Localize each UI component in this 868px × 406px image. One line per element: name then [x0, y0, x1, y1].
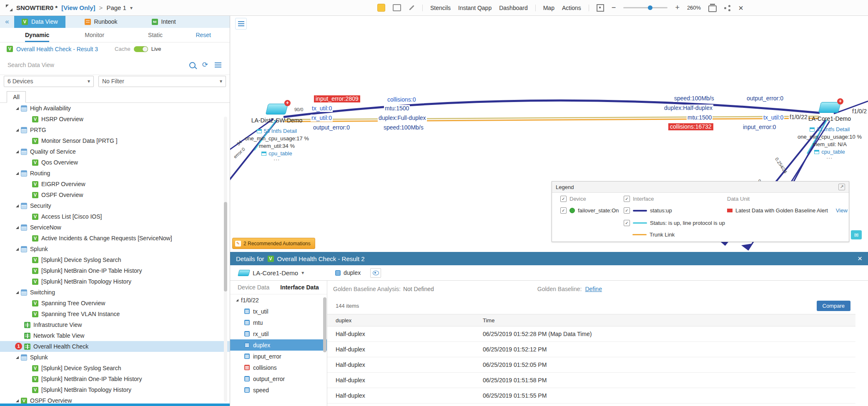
more-data-icon[interactable]: ⋯	[792, 156, 867, 161]
sidebar-scrollbar[interactable]	[224, 117, 227, 402]
switch-device-icon[interactable]: +	[267, 104, 287, 115]
field-item[interactable]: tx_util	[230, 306, 327, 317]
menu-stencils[interactable]: Stencils	[430, 5, 451, 11]
field-item[interactable]: mtu	[230, 317, 327, 328]
tab-data-view[interactable]: V Data View	[14, 15, 65, 28]
search-icon[interactable]	[189, 62, 196, 68]
fit-screen-icon[interactable]	[597, 4, 604, 12]
table-row[interactable]: Half-duplex 06/25/2019 01:52:12 PM	[327, 342, 855, 357]
field-item[interactable]: rx_util	[230, 328, 327, 339]
tree-item[interactable]: Security	[0, 200, 230, 211]
zoom-slider-knob[interactable]	[648, 5, 652, 10]
more-data-icon[interactable]: ⋯	[241, 157, 312, 162]
device-name[interactable]: LA-Dist2-SW-Demo	[241, 117, 312, 124]
tree-item[interactable]: [Splunk] NetBrain One-IP Table History	[0, 265, 230, 276]
tree-item[interactable]: EIGRP Overview	[0, 179, 230, 189]
tree-item[interactable]: ServiceNow	[0, 222, 230, 233]
menu-instant-qapp[interactable]: Instant Qapp	[458, 5, 492, 11]
scrollbar-thumb[interactable]	[224, 202, 227, 291]
checkbox-interface[interactable]: ✓	[624, 196, 630, 202]
subtab-static[interactable]: Static	[148, 28, 163, 42]
view-link[interactable]: View	[836, 207, 848, 214]
tree-item[interactable]: High Availability	[0, 103, 230, 114]
checkbox-failover[interactable]: ✓	[560, 207, 567, 214]
caret-down-icon[interactable]: ▾	[130, 5, 133, 11]
reset-link[interactable]: Reset	[196, 28, 211, 42]
table-row[interactable]: Half-duplex 06/25/2019 01:52:28 PM (Map …	[327, 326, 855, 342]
refresh-icon[interactable]: ⟳	[202, 62, 208, 68]
zoom-out-button[interactable]: −	[612, 3, 616, 12]
menu-actions[interactable]: Actions	[562, 5, 581, 11]
expand-arrow-icon[interactable]	[16, 248, 19, 251]
collapse-sidebar-icon[interactable]: «	[0, 15, 14, 28]
subtab-monitor[interactable]: Monitor	[85, 28, 104, 42]
tab-runbook[interactable]: Runbook	[77, 15, 125, 28]
close-details-button[interactable]: ×	[858, 255, 862, 262]
menu-icon[interactable]	[215, 62, 221, 67]
map-view-options-button[interactable]	[235, 18, 247, 30]
map-canvas[interactable]: input_error:2809 collisions:0 speed:100M…	[230, 15, 868, 252]
search-input[interactable]	[0, 61, 189, 69]
field-item[interactable]: speed	[230, 384, 327, 396]
expand-arrow-icon[interactable]	[16, 226, 19, 229]
tree-item[interactable]: Network Table View	[0, 330, 230, 341]
tree-item[interactable]: Infrastructure View	[0, 319, 230, 330]
intfs-detail-link[interactable]: 53 Intfs Detail	[241, 127, 312, 135]
field-item[interactable]: collisions	[230, 362, 327, 373]
expand-arrow-icon[interactable]	[16, 129, 19, 132]
intfs-detail-link[interactable]: 31 Intfs Detail	[792, 126, 867, 133]
field-tab-duplex[interactable]: duplex	[335, 269, 361, 276]
tree-item[interactable]: [Splunk] Device Syslog Search	[0, 254, 230, 265]
draw-icon[interactable]	[409, 5, 414, 10]
checkbox-status-line[interactable]: ✓	[624, 220, 630, 226]
filter-dropdown[interactable]: No Filter ▾	[98, 76, 226, 87]
tab-all[interactable]: All	[7, 91, 26, 103]
print-icon[interactable]	[708, 5, 717, 12]
checkbox-status-up[interactable]: ✓	[624, 207, 630, 214]
page-selector[interactable]: Page 1	[106, 4, 126, 11]
result-title[interactable]: Overall Health Check - Result 3	[16, 46, 98, 52]
table-row[interactable]: Half-duplex 06/25/2019 01:51:55 PM	[327, 388, 855, 404]
tree-item[interactable]: Access List [Cisco IOS]	[0, 211, 230, 222]
expand-map-icon[interactable]	[6, 5, 13, 11]
watch-button[interactable]	[370, 268, 381, 278]
tree-item[interactable]: OSPF Overview	[0, 189, 230, 200]
shape-icon[interactable]	[393, 4, 401, 11]
tree-item[interactable]: Qos Overview	[0, 157, 230, 168]
tree-item[interactable]: PRTG	[0, 125, 230, 135]
tree-item[interactable]: Routing	[0, 168, 230, 179]
expand-arrow-icon[interactable]	[16, 399, 19, 402]
cache-live-toggle[interactable]	[134, 46, 148, 52]
expand-arrow-icon[interactable]	[16, 107, 19, 110]
expand-arrow-icon[interactable]	[16, 150, 19, 153]
expand-arrow-icon[interactable]	[16, 204, 19, 207]
define-link[interactable]: Define	[585, 286, 602, 292]
alert-plus-badge[interactable]: +	[837, 98, 843, 105]
recommended-automations-badge[interactable]: ✎ 2 Recommended Automations	[232, 238, 315, 249]
tab-device-data[interactable]: Device Data	[238, 284, 269, 291]
device-name[interactable]: LA-Core1-Demo	[792, 115, 867, 122]
device-selector[interactable]: LA-Core1-Demo ▾	[238, 269, 304, 276]
alert-plus-badge[interactable]: +	[284, 100, 291, 106]
tree-item[interactable]: Switching	[0, 287, 230, 298]
tree-item[interactable]: Spanning Tree Overview	[0, 298, 230, 309]
tree-item[interactable]: [Splunk] NetBrain One-IP Table History	[0, 374, 230, 384]
tree-item[interactable]: [Splunk] NetBrain Topology History	[0, 384, 230, 395]
tree-item[interactable]: Spanning Tree VLAN Instance	[0, 309, 230, 319]
tree-item[interactable]: [Splunk] NetBrain Topology History	[0, 276, 230, 287]
tree-item[interactable]: [Splunk] Device Syslog Search	[0, 363, 230, 374]
tree-item[interactable]: Quality of Service	[0, 146, 230, 157]
field-item[interactable]: duplex	[230, 339, 327, 351]
field-item[interactable]: f1/0/22	[230, 294, 327, 306]
zoom-slider[interactable]	[623, 7, 667, 8]
device-node-la-dist2[interactable]: + LA-Dist2-SW-Demo 53 Intfs Detail one_m…	[241, 104, 312, 162]
expand-arrow-icon[interactable]	[236, 299, 238, 301]
menu-dashboard[interactable]: Dashboard	[499, 5, 528, 11]
expand-arrow-icon[interactable]	[16, 291, 19, 294]
note-icon[interactable]	[377, 4, 385, 12]
envelope-button[interactable]: ✉	[851, 230, 862, 239]
switch-device-icon[interactable]: +	[820, 102, 840, 113]
device-node-la-core1[interactable]: + LA-Core1-Demo 31 Intfs Detail one_min_…	[792, 102, 867, 161]
expand-arrow-icon[interactable]	[16, 172, 19, 175]
tab-intent[interactable]: NI Intent	[144, 15, 183, 28]
